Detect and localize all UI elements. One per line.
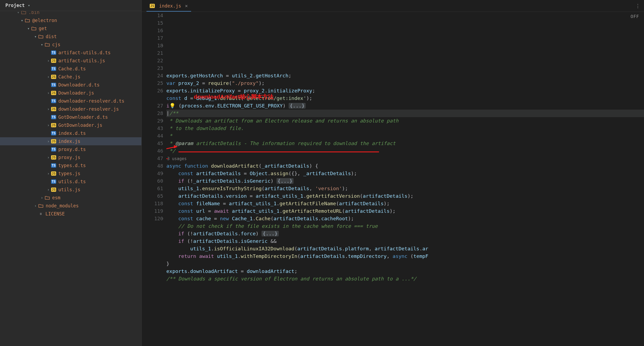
chevron-icon[interactable]: ▾ xyxy=(33,34,38,39)
ts-icon: TS xyxy=(51,83,56,87)
tree-item-esm[interactable]: ›esm xyxy=(0,194,141,202)
project-sidebar: Project ▾ ▾.bin▾@electron▾get▾dist▾cjsTS… xyxy=(0,0,142,346)
chevron-icon[interactable]: › xyxy=(46,188,51,192)
sidebar-header[interactable]: Project ▾ xyxy=(0,0,141,11)
tree-item-downloader-d-ts[interactable]: TSDownloader.d.ts xyxy=(0,81,141,89)
tree-item-license[interactable]: ≡LICENSE xyxy=(0,210,141,218)
code-line[interactable]: exports.getHostArch = utils_2.getHostArc… xyxy=(166,72,644,80)
tree-item-index-js[interactable]: ›JSindex.js xyxy=(0,137,141,145)
code-line[interactable]: exports.initializeProxy = proxy_2.initia… xyxy=(166,87,644,95)
code-line[interactable]: var proxy_2 = require("./proxy"); xyxy=(166,80,644,87)
arrow-head-icon xyxy=(174,145,178,149)
close-icon[interactable]: × xyxy=(185,3,188,9)
chevron-down-icon[interactable]: ▾ xyxy=(26,3,32,8)
more-icon[interactable]: ⋮ xyxy=(635,3,640,9)
tree-item-downloader-js[interactable]: ›JSDownloader.js xyxy=(0,89,141,97)
code-area[interactable]: 1415161718›212223242526272829›4344454647… xyxy=(142,12,644,346)
fold-icon[interactable]: › xyxy=(162,42,164,49)
code-line[interactable]: artifactDetails.version = artifact_utils… xyxy=(166,192,644,200)
js-icon: JS xyxy=(150,4,155,8)
tree-item-downloader-resolver-d-ts[interactable]: TSdownloader-resolver.d.ts xyxy=(0,97,141,105)
tree-item-utils-js[interactable]: ›JSutils.js xyxy=(0,186,141,194)
annotation-underline xyxy=(178,152,379,152)
line-number: 24 xyxy=(142,72,163,80)
tree-item-index-d-ts[interactable]: TSindex.d.ts xyxy=(0,129,141,137)
chevron-icon[interactable]: › xyxy=(39,196,45,200)
tree-item-proxy-js[interactable]: ›JSproxy.js xyxy=(0,153,141,161)
tree-item-node-modules[interactable]: ›node_modules xyxy=(0,202,141,210)
tree-item-get[interactable]: ▾get xyxy=(0,24,141,33)
chevron-icon[interactable]: › xyxy=(46,107,51,111)
code-line[interactable]: if (!artifactDetails.isGeneric && xyxy=(166,237,644,245)
tree-item-artifact-utils-d-ts[interactable]: TSartifact-utils.d.ts xyxy=(0,49,141,57)
code-line[interactable]: const d = debug_1.default('@electron/get… xyxy=(166,95,644,102)
tree-item-label: proxy.d.ts xyxy=(58,147,86,152)
code-line[interactable]: const artifactDetails = Object.assign({}… xyxy=(166,170,644,177)
code-line[interactable]: * @param artifactDetails - The informati… xyxy=(166,140,644,147)
tree-item-utils-d-ts[interactable]: TSutils.d.ts xyxy=(0,178,141,186)
chevron-icon[interactable]: › xyxy=(46,123,51,127)
chevron-icon[interactable]: › xyxy=(46,75,51,79)
code-line[interactable]: i💡 (process.env.ELECTRON_GET_USE_PROXY) … xyxy=(166,102,644,110)
tree-item-artifact-utils-js[interactable]: ›JSartifact-utils.js xyxy=(0,57,141,65)
chevron-icon[interactable]: ▾ xyxy=(16,11,21,15)
tree-item-gotdownloader-js[interactable]: ›JSGotDownloader.js xyxy=(0,121,141,129)
tree-item-label: esm xyxy=(52,195,60,200)
code-line[interactable]: const cache = new Cache_1.Cache(artifact… xyxy=(166,215,644,222)
code-line[interactable]: utils_1.isOfficialLinuxIA32Download(arti… xyxy=(166,245,644,253)
chevron-icon[interactable]: ▾ xyxy=(39,42,45,47)
chevron-icon[interactable]: › xyxy=(33,204,38,208)
tree-item-cache-js[interactable]: ›JSCache.js xyxy=(0,73,141,81)
tree-item-label: Cache.js xyxy=(58,74,80,80)
chevron-icon[interactable]: › xyxy=(46,171,51,176)
line-number: 119 xyxy=(142,207,163,215)
code-line[interactable]: * Downloads an artifact from an Electron… xyxy=(166,117,644,125)
line-number: 22 xyxy=(142,57,163,64)
fold-icon[interactable]: › xyxy=(162,215,164,222)
tree-item-cache-d-ts[interactable]: TSCache.d.ts xyxy=(0,65,141,73)
code-line[interactable]: |/** xyxy=(166,110,644,117)
tree-item--bin[interactable]: ▾.bin xyxy=(0,11,141,16)
tree-item-types-d-ts[interactable]: TStypes.d.ts xyxy=(0,161,141,170)
tab-index-js[interactable]: JS index.js × xyxy=(146,0,191,12)
code-line[interactable]: * to the downloaded file. xyxy=(166,125,644,132)
usages-hint[interactable]: 3 usages xyxy=(167,156,187,161)
code-line[interactable]: * xyxy=(166,132,644,140)
code-line[interactable]: async function downloadArtifact(_artifac… xyxy=(166,162,644,170)
code-line[interactable]: if (!_artifactDetails.isGeneric) {...} xyxy=(166,177,644,185)
tree-item-cjs[interactable]: ▾cjs xyxy=(0,41,141,49)
js-icon: JS xyxy=(51,123,56,127)
chevron-icon[interactable]: › xyxy=(46,139,51,143)
tree-item-dist[interactable]: ▾dist xyxy=(0,33,141,41)
fold-icon[interactable]: › xyxy=(162,170,164,177)
ts-icon: TS xyxy=(51,147,56,152)
code-line[interactable]: exports.downloadArtifact = downloadArtif… xyxy=(166,268,644,275)
chevron-icon[interactable]: › xyxy=(46,155,51,160)
tree-item-label: types.d.ts xyxy=(58,163,86,168)
code-line[interactable]: if (!artifactDetails.force) {...} xyxy=(166,230,644,237)
tree-item-label: @electron xyxy=(32,18,57,23)
tree-item-label: proxy.js xyxy=(58,155,80,160)
chevron-icon[interactable]: › xyxy=(46,91,51,95)
code-line[interactable]: /** Downloads a specific version of Elec… xyxy=(166,275,644,283)
chevron-icon[interactable]: ▾ xyxy=(19,18,25,23)
tree-item--electron[interactable]: ▾@electron xyxy=(0,16,141,24)
code-line[interactable]: // Do not check if the file exists in th… xyxy=(166,222,644,230)
ts-icon: TS xyxy=(51,51,56,55)
tree-item-gotdownloader-d-ts[interactable]: TSGotDownloader.d.ts xyxy=(0,113,141,121)
code-line[interactable]: const fileName = artifact_utils_1.getArt… xyxy=(166,200,644,207)
tree-item-downloader-resolver-js[interactable]: ›JSdownloader-resolver.js xyxy=(0,105,141,113)
chevron-icon[interactable]: ▾ xyxy=(26,26,31,31)
fold-icon[interactable]: › xyxy=(162,117,164,125)
code-line[interactable]: } xyxy=(166,260,644,268)
code-line[interactable]: const url = await artifact_utils_1.getAr… xyxy=(166,207,644,215)
tree-item-proxy-d-ts[interactable]: TSproxy.d.ts xyxy=(0,145,141,153)
code-line[interactable]: utils_1.ensureIsTruthyString(artifactDet… xyxy=(166,185,644,192)
code-content[interactable]: downloadArtifact核心脚本方法 重点关注URL exports.g… xyxy=(166,12,644,346)
chevron-icon[interactable]: › xyxy=(46,59,51,63)
tree-item-types-js[interactable]: ›JStypes.js xyxy=(0,170,141,178)
code-line[interactable]: 3 usages xyxy=(166,155,644,162)
code-line[interactable]: return await utils_1.withTempDirectoryIn… xyxy=(166,253,644,260)
tree-item-label: index.d.ts xyxy=(58,131,86,136)
code-line[interactable]: */ xyxy=(166,147,644,155)
